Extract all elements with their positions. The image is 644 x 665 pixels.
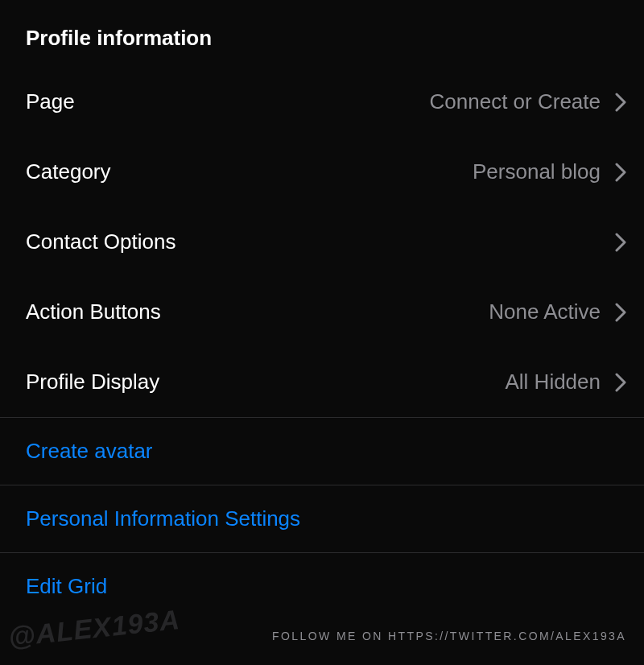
edit-grid-label: Edit Grid [26,574,107,598]
chevron-right-icon [615,93,626,112]
contact-options-row[interactable]: Contact Options [0,207,644,277]
section-title: Profile information [0,0,644,67]
chevron-right-icon [615,233,626,252]
category-row[interactable]: Category Personal blog [0,137,644,207]
page-row[interactable]: Page Connect or Create [0,67,644,137]
page-value: Connect or Create [430,89,601,114]
profile-display-value: All Hidden [505,370,601,394]
contact-options-label: Contact Options [26,229,175,254]
chevron-right-icon [615,303,626,322]
chevron-right-icon [615,373,626,392]
profile-display-label: Profile Display [26,370,159,394]
profile-display-row[interactable]: Profile Display All Hidden [0,347,644,417]
create-avatar-link[interactable]: Create avatar [0,417,644,485]
action-buttons-label: Action Buttons [26,299,161,324]
category-value: Personal blog [473,159,601,184]
follow-text: FOLLOW ME ON HTTPS://TWITTER.COM/ALEX193… [272,630,626,642]
personal-info-settings-link[interactable]: Personal Information Settings [0,485,644,552]
action-buttons-row[interactable]: Action Buttons None Active [0,277,644,347]
action-buttons-value: None Active [489,299,601,324]
profile-information-section: Profile information Page Connect or Crea… [0,0,644,620]
chevron-right-icon [615,163,626,182]
edit-grid-link[interactable]: Edit Grid [0,552,644,620]
create-avatar-label: Create avatar [26,439,153,463]
personal-info-settings-label: Personal Information Settings [26,506,300,531]
page-label: Page [26,89,75,114]
category-label: Category [26,159,111,184]
